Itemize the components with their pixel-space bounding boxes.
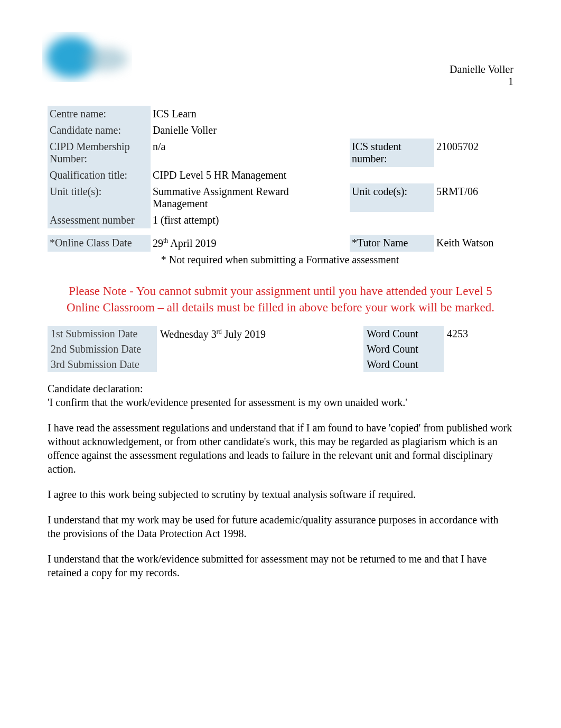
unit-code-label: Unit code(s): [350,183,434,212]
online-class-day: 29 [153,237,163,249]
wordcount2-value [444,342,513,357]
table-row: Qualification title: CIPD Level 5 HR Man… [48,167,513,183]
page-number: 1 [450,76,513,88]
footnote: * Not required when submitting a Formati… [48,252,513,268]
important-note: Please Note - You cannot submit your ass… [53,283,508,316]
submission-table: 1st Submission Date Wednesday 3rd July 2… [48,326,513,373]
logo [42,32,513,82]
page-header-right: Danielle Voller 1 [450,63,513,88]
table-row: Candidate name: Danielle Voller [48,122,513,139]
centre-name-value: ICS Learn [151,106,513,122]
ics-student-value: 21005702 [434,139,513,167]
table-row: Unit title(s): Summative Assignment Rewa… [48,183,513,212]
ics-student-label: ICS student number: [350,139,434,167]
student-name-header: Danielle Voller [450,63,513,76]
centre-name-label: Centre name: [48,106,151,122]
unit-title-value: Summative Assignment Reward Management [151,183,350,212]
unit-code-value: 5RMT/06 [434,183,513,212]
assessment-label: Assessment number [48,212,151,228]
wordcount3-label: Word Count [363,357,444,372]
submission2-label: 2nd Submission Date [48,342,157,357]
qualification-label: Qualification title: [48,167,151,183]
submission2-value [157,342,363,357]
table-row: CIPD Membership Number: n/a ICS student … [48,139,513,167]
declaration-section: Candidate declaration: 'I confirm that t… [48,382,513,579]
candidate-name-value: Danielle Voller [151,122,513,139]
online-class-label: *Online Class Date [48,235,151,252]
wordcount2-label: Word Count [363,342,444,357]
table-row: 2nd Submission Date Word Count [48,342,513,357]
online-class-sup: th [163,237,168,244]
wordcount1-label: Word Count [363,326,444,342]
unit-title-label: Unit title(s): [48,183,151,212]
candidate-name-label: Candidate name: [48,122,151,139]
declaration-p1: 'I confirm that the work/evidence presen… [48,395,513,409]
submission3-label: 3rd Submission Date [48,357,157,372]
wordcount1-value: 4253 [444,326,513,342]
note-body: - You cannot submit your assignment unti… [67,284,494,314]
note-lead: Please Note [69,284,126,298]
cipd-membership-value: n/a [151,139,350,167]
table-row: 3rd Submission Date Word Count [48,357,513,372]
tutor-value: Keith Watson [434,235,513,252]
table-row: 1st Submission Date Wednesday 3rd July 2… [48,326,513,342]
submission1-value: Wednesday 3rd July 2019 [157,326,363,342]
online-class-after: April 2019 [168,237,216,249]
declaration-p3: I agree to this work being subjected to … [48,487,513,501]
tutor-label: *Tutor Name [350,235,434,252]
submission3-value [157,357,363,372]
table-row: * Not required when submitting a Formati… [48,252,513,268]
online-class-value: 29th April 2019 [151,235,350,252]
info-table: Centre name: ICS Learn Candidate name: D… [48,106,513,268]
table-row: Assessment number 1 (first attempt) [48,212,513,228]
declaration-p5: I understand that the work/evidence subm… [48,552,513,579]
submission1-label: 1st Submission Date [48,326,157,342]
cipd-membership-label: CIPD Membership Number: [48,139,151,167]
submission1-pre: Wednesday 3 [160,328,217,339]
svg-point-1 [83,48,128,71]
qualification-value: CIPD Level 5 HR Management [151,167,513,183]
table-row: Centre name: ICS Learn [48,106,513,122]
logo-icon [42,32,132,82]
assessment-value: 1 (first attempt) [151,212,513,228]
submission1-after: July 2019 [222,328,266,339]
declaration-p4: I understand that my work may be used fo… [48,513,513,540]
submission1-sup: rd [217,328,222,335]
document-page: Danielle Voller 1 Centre name: ICS Learn… [0,0,561,633]
declaration-p2: I have read the assessment regulations a… [48,421,513,476]
wordcount3-value [444,357,513,372]
table-row: *Online Class Date 29th April 2019 *Tuto… [48,235,513,252]
table-row [48,228,513,235]
declaration-title: Candidate declaration: [48,382,513,395]
